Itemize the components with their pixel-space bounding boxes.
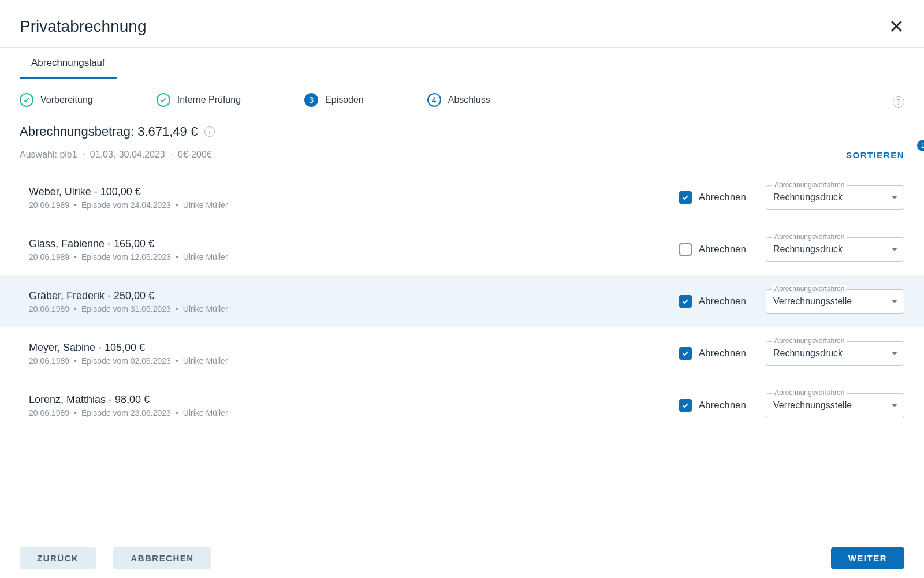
- abrechnen-checkbox-wrap: Abrechnen: [679, 347, 746, 360]
- tabs: Abrechnungslauf: [0, 48, 924, 79]
- episode-staff: Ulrike Müller: [183, 252, 228, 262]
- select-floating-label: Abrechnungsverfahren: [772, 181, 847, 189]
- episode-controls: Abrechnen Abrechnungsverfahren Verrechnu…: [679, 289, 904, 314]
- select-value: Rechnungsdruck: [766, 341, 904, 366]
- chevron-down-icon: [892, 248, 897, 251]
- check-circle-icon: [20, 93, 33, 107]
- stepper: Vorbereitung Interne Prüfung 3 Episoden …: [0, 79, 924, 108]
- next-button[interactable]: WEITER: [831, 547, 904, 569]
- select-value: Rechnungsdruck: [766, 185, 904, 210]
- abrechnen-checkbox[interactable]: [679, 295, 692, 308]
- billing-method-select[interactable]: Abrechnungsverfahren Rechnungsdruck: [766, 237, 904, 262]
- episode-date: Episode vom 24.04.2023: [81, 200, 171, 210]
- sort-badge: 1: [917, 140, 924, 151]
- episode-birth: 20.06.1989: [29, 200, 69, 210]
- abrechnen-checkbox[interactable]: [679, 243, 692, 256]
- episode-row[interactable]: Lorenz, Matthias - 98,00 € 20.06.1989 • …: [0, 379, 924, 431]
- billing-method-select[interactable]: Abrechnungsverfahren Rechnungsdruck: [766, 185, 904, 210]
- episode-info: Meyer, Sabine - 105,00 € 20.06.1989 • Ep…: [29, 342, 679, 366]
- abrechnen-checkbox[interactable]: [679, 399, 692, 412]
- filter-range: 0€-200€: [178, 150, 212, 159]
- tab-abrechnungslauf[interactable]: Abrechnungslauf: [20, 48, 117, 79]
- episode-subtitle: 20.06.1989 • Episode vom 12.05.2023 • Ul…: [29, 252, 679, 262]
- filter-summary: Auswahl: ple1 · 01.03.-30.04.2023 · 0€-2…: [20, 150, 212, 160]
- chevron-down-icon: [892, 404, 897, 407]
- chevron-down-icon: [892, 352, 897, 355]
- amount-value: 3.671,49 €: [137, 124, 198, 139]
- billing-method-select[interactable]: Abrechnungsverfahren Verrechnungsstelle: [766, 393, 904, 417]
- amount-label: Abrechnungsbetrag:: [20, 124, 134, 139]
- select-floating-label: Abrechnungsverfahren: [772, 389, 847, 397]
- episode-info: Lorenz, Matthias - 98,00 € 20.06.1989 • …: [29, 394, 679, 417]
- billing-amount: Abrechnungsbetrag: 3.671,49 € i: [20, 124, 904, 139]
- billing-method-select[interactable]: Abrechnungsverfahren Rechnungsdruck: [766, 341, 904, 366]
- filter-period: 01.03.-30.04.2023: [90, 150, 165, 159]
- episode-row[interactable]: Gräber, Frederik - 250,00 € 20.06.1989 •…: [0, 275, 924, 327]
- episode-title: Gräber, Frederik - 250,00 €: [29, 290, 679, 302]
- episode-birth: 20.06.1989: [29, 356, 69, 366]
- episode-staff: Ulrike Müller: [183, 408, 228, 417]
- episode-controls: Abrechnen Abrechnungsverfahren Verrechnu…: [679, 393, 904, 417]
- episode-title: Glass, Fabienne - 165,00 €: [29, 238, 679, 250]
- select-value: Verrechnungsstelle: [766, 393, 904, 417]
- sort-button[interactable]: SORTIEREN: [846, 150, 904, 160]
- page-title: Privatabrechnung: [20, 17, 146, 36]
- episode-subtitle: 20.06.1989 • Episode vom 23.06.2023 • Ul…: [29, 408, 679, 417]
- select-floating-label: Abrechnungsverfahren: [772, 233, 847, 241]
- episode-controls: Abrechnen Abrechnungsverfahren Rechnungs…: [679, 341, 904, 366]
- episode-date: Episode vom 02.06.2023: [81, 356, 171, 366]
- summary-section: Abrechnungsbetrag: 3.671,49 € i Auswahl:…: [0, 108, 924, 160]
- checkbox-label: Abrechnen: [699, 348, 746, 359]
- abrechnen-checkbox-wrap: Abrechnen: [679, 191, 746, 204]
- checkbox-label: Abrechnen: [699, 400, 746, 411]
- episode-info: Weber, Ulrike - 100,00 € 20.06.1989 • Ep…: [29, 186, 679, 210]
- billing-method-select[interactable]: Abrechnungsverfahren Verrechnungsstelle: [766, 289, 904, 314]
- episode-list: Weber, Ulrike - 100,00 € 20.06.1989 • Ep…: [0, 171, 924, 431]
- close-icon[interactable]: ✕: [889, 17, 904, 36]
- cancel-button[interactable]: ABBRECHEN: [113, 547, 211, 569]
- episode-subtitle: 20.06.1989 • Episode vom 24.04.2023 • Ul…: [29, 200, 679, 210]
- checkbox-label: Abrechnen: [699, 192, 746, 203]
- checkbox-label: Abrechnen: [699, 296, 746, 307]
- step-number-icon: 4: [427, 93, 441, 107]
- episode-date: Episode vom 12.05.2023: [81, 252, 171, 262]
- abrechnen-checkbox-wrap: Abrechnen: [679, 295, 746, 308]
- episode-date: Episode vom 31.05.2023: [81, 304, 171, 314]
- step-interne-pruefung[interactable]: Interne Prüfung: [157, 93, 241, 107]
- abrechnen-checkbox[interactable]: [679, 191, 692, 204]
- filter-prefix: Auswahl:: [20, 150, 57, 159]
- episode-row[interactable]: Meyer, Sabine - 105,00 € 20.06.1989 • Ep…: [0, 327, 924, 379]
- episode-staff: Ulrike Müller: [183, 304, 228, 314]
- episode-staff: Ulrike Müller: [183, 356, 228, 366]
- step-abschluss[interactable]: 4 Abschluss: [427, 93, 490, 107]
- step-connector: [105, 100, 145, 100]
- step-connector: [375, 100, 416, 100]
- episode-date: Episode vom 23.06.2023: [81, 408, 171, 417]
- info-icon[interactable]: i: [204, 126, 215, 137]
- episode-row[interactable]: Weber, Ulrike - 100,00 € 20.06.1989 • Ep…: [0, 171, 924, 223]
- abrechnen-checkbox[interactable]: [679, 347, 692, 360]
- filter-selection: ple1: [59, 150, 77, 159]
- select-value: Rechnungsdruck: [766, 237, 904, 262]
- step-label: Episoden: [325, 95, 364, 105]
- check-circle-icon: [157, 93, 170, 107]
- step-label: Interne Prüfung: [177, 95, 241, 105]
- back-button[interactable]: ZURÜCK: [20, 547, 96, 569]
- chevron-down-icon: [892, 196, 897, 199]
- step-connector: [252, 100, 293, 100]
- abrechnen-checkbox-wrap: Abrechnen: [679, 243, 746, 256]
- episode-birth: 20.06.1989: [29, 252, 69, 262]
- header-bar: Privatabrechnung ✕: [0, 0, 924, 48]
- episode-title: Meyer, Sabine - 105,00 €: [29, 342, 679, 354]
- episode-birth: 20.06.1989: [29, 408, 69, 417]
- episode-row[interactable]: Glass, Fabienne - 165,00 € 20.06.1989 • …: [0, 223, 924, 275]
- abrechnen-checkbox-wrap: Abrechnen: [679, 399, 746, 412]
- help-icon[interactable]: ?: [893, 96, 904, 108]
- step-number-icon: 3: [304, 93, 318, 107]
- episode-controls: Abrechnen Abrechnungsverfahren Rechnungs…: [679, 185, 904, 210]
- episode-controls: Abrechnen Abrechnungsverfahren Rechnungs…: [679, 237, 904, 262]
- episode-info: Glass, Fabienne - 165,00 € 20.06.1989 • …: [29, 238, 679, 262]
- step-episoden[interactable]: 3 Episoden: [304, 93, 364, 107]
- step-label: Vorbereitung: [40, 95, 93, 105]
- step-vorbereitung[interactable]: Vorbereitung: [20, 93, 93, 107]
